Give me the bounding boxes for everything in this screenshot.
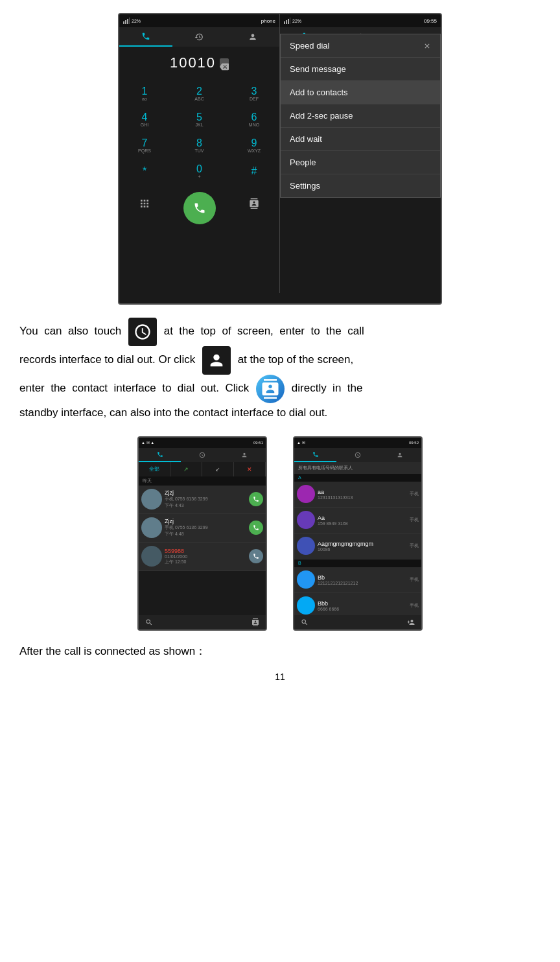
call-log-avatar-3 bbox=[141, 546, 162, 567]
call-log-item-3[interactable]: 559988 01/01/2000 上午 12:50 bbox=[139, 543, 266, 571]
menu-item-settings[interactable]: Settings bbox=[281, 174, 440, 197]
text-part-1: You can also touch bbox=[19, 325, 121, 337]
contact-item-Aagm[interactable]: Aagmgmgmgmgmgm 10086 手机 bbox=[294, 534, 421, 559]
left-clock-icon bbox=[199, 452, 205, 458]
contact-avatar-Bbb bbox=[297, 596, 315, 615]
dialer-tab-bar bbox=[119, 27, 279, 47]
dialpad-key-9[interactable]: 9 WXYZ bbox=[235, 134, 273, 157]
dialer-backspace-icon[interactable] bbox=[220, 58, 229, 67]
left-phone-time: 09:51 bbox=[253, 441, 263, 445]
left-phone-tab-bar bbox=[139, 448, 266, 462]
right-phone-time: 09:52 bbox=[409, 441, 419, 445]
dialpad-row-1: 1 ao 2 ABC 3 DEF bbox=[126, 82, 273, 105]
footer-text: After the call is connected as shown： bbox=[19, 644, 541, 659]
menu-item-speed-dial[interactable]: Speed dial bbox=[281, 34, 440, 58]
contacts-footer-icon-left[interactable] bbox=[251, 618, 259, 626]
search-footer-icon-left[interactable] bbox=[145, 618, 153, 626]
menu-close-icon[interactable] bbox=[423, 42, 431, 50]
menu-half: 22% 09:55 bbox=[280, 14, 441, 293]
call-action-1[interactable] bbox=[249, 492, 263, 506]
dialpad-key-star[interactable]: * bbox=[126, 159, 163, 183]
dialpad-bottom-row bbox=[119, 189, 279, 227]
right-tab-contacts[interactable] bbox=[379, 448, 421, 462]
contact-avatar-Bb bbox=[297, 570, 315, 589]
dialpad-row-4: * 0 + # bbox=[126, 159, 273, 183]
person-icon-inline bbox=[202, 346, 231, 375]
call-log-item-2[interactable]: Zjzj 手机 0755 6136 3299 下午 4:48 bbox=[139, 514, 266, 543]
clock-icon-inline bbox=[128, 318, 157, 346]
dialpad-key-6[interactable]: 6 MNO bbox=[235, 108, 273, 131]
contact-app-svg-icon bbox=[261, 379, 280, 399]
call-log-item-1[interactable]: Zjzj 手机 0755 6136 3299 下午 4:43 bbox=[139, 486, 266, 514]
dialpad-key-hash[interactable]: # bbox=[235, 159, 273, 183]
menu-item-add-contacts[interactable]: Add to contacts bbox=[281, 81, 440, 104]
dialer-time: phone bbox=[261, 18, 275, 24]
dialpad-row-3: 7 PQRS 8 TUV 9 WXYZ bbox=[126, 134, 273, 157]
menu-item-add-pause[interactable]: Add 2-sec pause bbox=[281, 104, 440, 128]
dialer-tab-phone[interactable] bbox=[119, 27, 172, 47]
svg-rect-0 bbox=[123, 21, 124, 24]
call-log-avatar-1 bbox=[141, 489, 162, 510]
filter-incoming[interactable]: ↙ bbox=[202, 462, 234, 476]
filter-missed[interactable]: ✕ bbox=[234, 462, 266, 476]
menu-item-add-wait[interactable]: Add wait bbox=[281, 128, 440, 151]
call-icon-1 bbox=[253, 496, 259, 502]
call-action-3[interactable] bbox=[249, 549, 263, 563]
dialpad-contacts-icon[interactable] bbox=[235, 192, 273, 215]
dialpad-grid-icon[interactable] bbox=[126, 192, 163, 215]
contact-item-Bb[interactable]: Bb 1212121212121212 手机 bbox=[294, 567, 421, 593]
dialpad-key-5[interactable]: 5 JKL bbox=[181, 108, 218, 131]
dialer-tab-recents[interactable] bbox=[172, 27, 226, 47]
phone-screenshot: 22% phone bbox=[118, 13, 442, 305]
contact-info-Bb: Bb 1212121212121212 bbox=[318, 574, 407, 585]
phone-screen-split: 22% phone bbox=[119, 14, 441, 293]
svg-rect-6 bbox=[288, 19, 289, 24]
dialpad-key-2[interactable]: 2 ABC bbox=[181, 82, 218, 105]
left-tab-clock[interactable] bbox=[181, 448, 223, 462]
add-person-footer-icon[interactable] bbox=[407, 618, 415, 626]
section-letter-B: B bbox=[294, 559, 421, 567]
text-part-4: at the top of the screen, bbox=[238, 353, 354, 366]
dialpad-key-8[interactable]: 8 TUV bbox=[181, 134, 218, 157]
page-number: 11 bbox=[19, 672, 541, 682]
filter-outgoing[interactable]: ↗ bbox=[170, 462, 202, 476]
left-tab-contacts[interactable] bbox=[224, 448, 266, 462]
right-contacts-icon bbox=[397, 452, 403, 458]
call-action-2[interactable] bbox=[249, 521, 263, 535]
right-phone-status-bar: ▲ ✉ 09:52 bbox=[294, 438, 421, 448]
call-button[interactable] bbox=[183, 192, 216, 224]
left-tab-phone[interactable] bbox=[139, 448, 181, 462]
call-icon-2 bbox=[253, 524, 259, 531]
dialer-number: 10010 bbox=[170, 54, 216, 71]
contact-item-aa[interactable]: aa 12313131313313 手机 bbox=[294, 482, 421, 508]
dialpad-key-3[interactable]: 3 DEF bbox=[235, 82, 273, 105]
contact-info-Bbb: Bbb 6666 6666 bbox=[318, 600, 407, 611]
dialer-status-bar: 22% phone bbox=[119, 14, 279, 27]
search-footer-icon-right[interactable] bbox=[301, 618, 309, 626]
right-tab-phone[interactable] bbox=[294, 448, 336, 462]
svg-rect-4 bbox=[284, 21, 285, 24]
right-phone-tab-bar bbox=[294, 448, 421, 462]
dialer-tab-contacts[interactable] bbox=[226, 27, 279, 47]
filter-all[interactable]: 全部 bbox=[139, 462, 170, 476]
dialer-half: 22% phone bbox=[119, 14, 280, 293]
dialpad-key-0[interactable]: 0 + bbox=[181, 159, 218, 183]
bottom-phone-left: ▲ ✉ ▲ 09:51 全部 bbox=[137, 436, 267, 631]
dialpad-key-1[interactable]: 1 ao bbox=[126, 82, 163, 105]
text-part-2: at the top of screen, enter to the call bbox=[164, 325, 364, 337]
svg-rect-7 bbox=[290, 18, 290, 24]
call-log-avatar-2 bbox=[141, 517, 162, 538]
contact-item-Aa[interactable]: Aa 159 8949 3168 手机 bbox=[294, 508, 421, 534]
right-phone-footer bbox=[294, 615, 421, 629]
contact-info-Aa: Aa 159 8949 3168 bbox=[318, 515, 407, 526]
right-tab-clock[interactable] bbox=[336, 448, 379, 462]
dialpad-key-4[interactable]: 4 GHI bbox=[126, 108, 163, 131]
call-log-filter-bar: 全部 ↗ ↙ ✕ bbox=[139, 462, 266, 476]
call-log-info-1: Zjzj 手机 0755 6136 3299 下午 4:43 bbox=[165, 489, 246, 509]
contact-list-header: 所有具有电话号码的联系人 bbox=[294, 462, 421, 474]
call-log-info-2: Zjzj 手机 0755 6136 3299 下午 4:48 bbox=[165, 518, 246, 537]
menu-item-people[interactable]: People bbox=[281, 151, 440, 174]
call-icon-3 bbox=[253, 553, 259, 559]
menu-item-send-message[interactable]: Send message bbox=[281, 58, 440, 81]
dialpad-key-7[interactable]: 7 PQRS bbox=[126, 134, 163, 157]
